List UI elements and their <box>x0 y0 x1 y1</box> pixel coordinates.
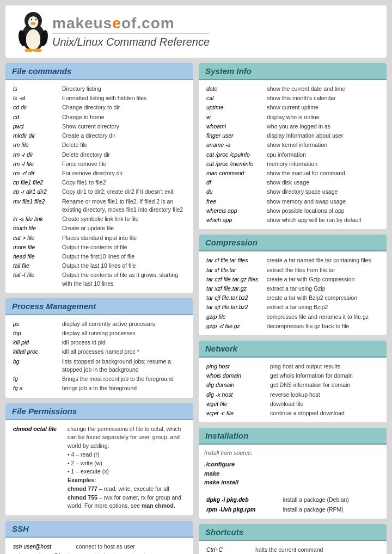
cmd-cell: man command <box>204 169 265 178</box>
cmd-cell: tar czf file.tar.gz files <box>204 275 265 284</box>
desc-cell: show the current date and time <box>265 84 381 94</box>
table-row: wget filedownload file <box>204 399 381 409</box>
desc-cell: create a tar named file.tar containing f… <box>265 256 381 265</box>
table-row: freeshow memory and swap usage <box>204 197 381 206</box>
cmd-cell: dig domain <box>204 380 268 390</box>
perm-description: change the permissions of file to octal,… <box>68 425 186 511</box>
svg-point-11 <box>24 48 33 52</box>
header-logo <box>14 10 52 53</box>
table-row: head fileOutput the first10 lines of fil… <box>11 252 188 261</box>
file-commands-header: File commands <box>5 63 193 80</box>
desc-cell: brings job a to the foreground <box>60 384 188 393</box>
cmd-cell: cat /proc /meminfo <box>204 159 265 169</box>
desc-cell: show kernel information <box>265 140 381 150</box>
desc-cell: Output the last 10 lines of file <box>60 261 188 270</box>
table-row: bglists stopped or background jobs; resu… <box>11 357 188 374</box>
cmd-cell: ping host <box>204 362 268 371</box>
cmd-cell: rm -f file <box>11 159 60 169</box>
cmd-cell: kill pid <box>11 338 60 347</box>
desc-cell: Brings the most recent job to the foregr… <box>60 374 188 384</box>
desc-cell: Places standard input into file <box>60 233 188 243</box>
brand-dot: . <box>137 15 142 32</box>
shortcuts-section: Shortcuts Ctrl+Chalts the current comman… <box>199 524 387 554</box>
compression-section: Compression tar cf file.tar filescreate … <box>199 235 387 335</box>
cmd-cell: ln -s file link <box>11 214 60 224</box>
table-row: ssh user@hostconnect to host as user <box>11 542 188 551</box>
source-commands: ./configuremakemake install <box>204 460 381 487</box>
desc-cell: show the manual for command <box>265 169 381 178</box>
table-row: gzip -d file.gzdecompresses file.gz back… <box>204 322 381 331</box>
svg-point-12 <box>33 48 42 52</box>
table-row: cp file1 file2Copy file1 to file2 <box>11 178 188 187</box>
cmd-cell: uptime <box>204 103 265 112</box>
cmd-cell: pwd <box>11 122 60 131</box>
table-row: tar xjf file.tar.bz2extract a tar using … <box>204 303 381 312</box>
table-row: psdisplay all currently active processes <box>11 319 188 329</box>
cmd-cell: rpm -Uvh pkg.rpm <box>204 505 280 514</box>
network-section: Network ping hostping host and output re… <box>199 341 387 422</box>
svg-point-1 <box>26 29 41 50</box>
table-row: dateshow the current date and time <box>204 84 381 94</box>
ssh-section: SSH ssh user@hostconnect to host as user… <box>5 521 193 554</box>
package-commands-table: dpkg -i pkg.debinstall a package (Debian… <box>204 495 381 514</box>
desc-cell: Directory listing <box>60 84 188 94</box>
desc-cell: Show current directory <box>60 122 188 131</box>
cmd-cell: ps <box>11 319 60 329</box>
cmd-cell: dpkg -i pkg.deb <box>204 495 280 504</box>
desc-cell: show disk usage <box>265 178 381 187</box>
cmd-cell: gzip -d file.gz <box>204 322 265 331</box>
cmd-cell: tail file <box>11 261 60 270</box>
cmd-cell: wget file <box>204 399 268 409</box>
desc-cell: connect to host as user <box>74 542 188 551</box>
table-row: which appshow which app will be run by d… <box>204 216 381 225</box>
desc-cell: install a package (RPM) <box>280 505 381 514</box>
cmd-cell: ssh -p port user@host <box>11 551 74 554</box>
table-row: dpkg -i pkg.debinstall a package (Debian… <box>204 495 381 504</box>
system-info-section: System Info dateshow the current date an… <box>199 63 387 229</box>
cmd-cell: ls -al <box>11 94 60 103</box>
perm-cmd: chmod octal file <box>11 424 65 512</box>
perm-desc: change the permissions of file to octal,… <box>65 424 188 512</box>
cmd-cell: tar xzf file.tar.gz <box>204 284 265 293</box>
table-row: pwdShow current directory <box>11 122 188 131</box>
desc-cell: connect to host on port port as user <box>74 551 188 554</box>
file-commands-body: lsDirectory listingls -alFormatted listi… <box>5 80 193 293</box>
cmd-cell: rm -r dir <box>11 150 60 159</box>
table-row: mv file1 file2Rename or move file1 to fi… <box>11 197 188 214</box>
source-cmd: ./configure <box>204 460 381 469</box>
examples-label: Examples: <box>68 477 96 483</box>
system-info-body: dateshow the current date and timecalsho… <box>199 80 387 229</box>
installation-body: Install from source: ./configuremakemake… <box>199 445 387 518</box>
table-row: ssh -p port user@hostconnect to host on … <box>11 551 188 554</box>
cmd-cell: which app <box>204 216 265 225</box>
cmd-cell: dig -x host <box>204 390 268 399</box>
cmd-cell: cat /proc /cpuinfo <box>204 150 265 159</box>
desc-cell: show this month's calendar <box>265 94 381 103</box>
table-row: dushow directory space usage <box>204 187 381 196</box>
cmd-cell: ls <box>11 84 60 94</box>
table-row: cp -r dir1 dir2Copy dir1 to dir2; create… <box>11 187 188 196</box>
desc-cell: continue a stopped download <box>268 409 381 418</box>
desc-cell: get whois information for domain <box>268 371 381 380</box>
chmod755-cmd: chmod 755 <box>68 494 97 501</box>
brand-prefix: makeus <box>52 15 112 32</box>
table-row: gzip filecompresses file and renames it … <box>204 312 381 322</box>
table-row: rm -f fileForce remove file <box>11 159 188 169</box>
cmd-cell: fg <box>11 374 60 384</box>
desc-cell: cpu information <box>265 150 381 159</box>
table-row: topdisplay all running processes <box>11 329 188 338</box>
table-row: lsDirectory listing <box>11 84 188 94</box>
header-text: makeuseof.com Unix/Linux Command Referen… <box>52 15 210 48</box>
cmd-cell: tar cjf file.tar.bz2 <box>204 293 265 303</box>
file-permissions-section: File Permissions chmod octal file change… <box>5 403 193 516</box>
cmd-cell: free <box>204 197 265 206</box>
process-management-table: psdisplay all currently active processes… <box>11 319 188 393</box>
desc-cell: Delete directory dir <box>60 150 188 159</box>
desc-cell: create a tar with Gzip compression <box>265 275 381 284</box>
process-management-section: Process Management psdisplay all current… <box>5 298 193 398</box>
network-header: Network <box>199 341 387 358</box>
desc-cell: Output the contents of file <box>60 243 188 252</box>
desc-cell: download file <box>268 399 381 409</box>
cmd-cell: cp -r dir1 dir2 <box>11 187 60 196</box>
brand-name: makeuseof.com <box>52 15 175 32</box>
